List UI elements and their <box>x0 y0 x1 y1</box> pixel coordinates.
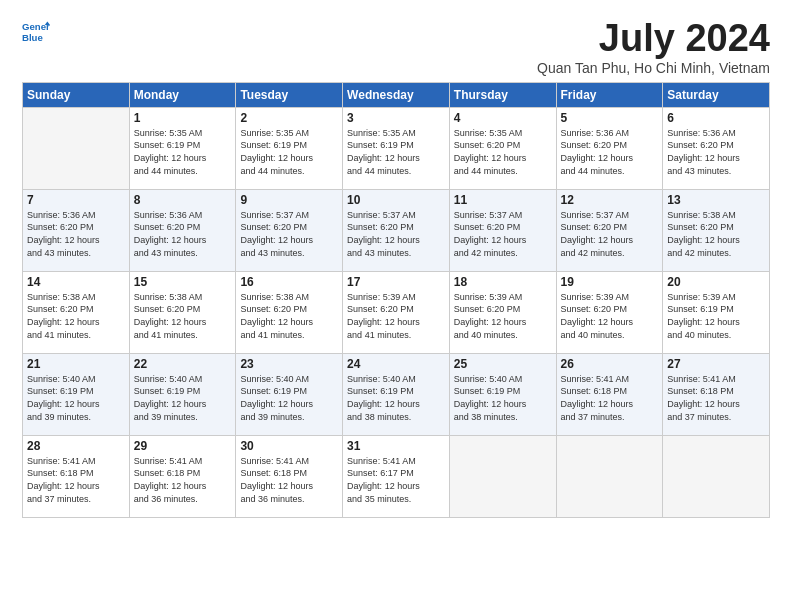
calendar-week-row: 21Sunrise: 5:40 AM Sunset: 6:19 PM Dayli… <box>23 353 770 435</box>
calendar-week-row: 7Sunrise: 5:36 AM Sunset: 6:20 PM Daylig… <box>23 189 770 271</box>
day-number: 2 <box>240 111 338 125</box>
day-info: Sunrise: 5:38 AM Sunset: 6:20 PM Dayligh… <box>134 291 232 341</box>
day-info: Sunrise: 5:38 AM Sunset: 6:20 PM Dayligh… <box>27 291 125 341</box>
table-row: 19Sunrise: 5:39 AM Sunset: 6:20 PM Dayli… <box>556 271 663 353</box>
header-friday: Friday <box>556 82 663 107</box>
month-title: July 2024 <box>537 18 770 60</box>
day-info: Sunrise: 5:41 AM Sunset: 6:18 PM Dayligh… <box>134 455 232 505</box>
day-number: 31 <box>347 439 445 453</box>
day-info: Sunrise: 5:36 AM Sunset: 6:20 PM Dayligh… <box>667 127 765 177</box>
day-info: Sunrise: 5:40 AM Sunset: 6:19 PM Dayligh… <box>347 373 445 423</box>
table-row: 29Sunrise: 5:41 AM Sunset: 6:18 PM Dayli… <box>129 435 236 517</box>
day-number: 4 <box>454 111 552 125</box>
table-row: 21Sunrise: 5:40 AM Sunset: 6:19 PM Dayli… <box>23 353 130 435</box>
table-row: 24Sunrise: 5:40 AM Sunset: 6:19 PM Dayli… <box>343 353 450 435</box>
header: General Blue July 2024 Quan Tan Phu, Ho … <box>22 18 770 76</box>
day-number: 5 <box>561 111 659 125</box>
table-row: 4Sunrise: 5:35 AM Sunset: 6:20 PM Daylig… <box>449 107 556 189</box>
table-row: 27Sunrise: 5:41 AM Sunset: 6:18 PM Dayli… <box>663 353 770 435</box>
title-block: July 2024 Quan Tan Phu, Ho Chi Minh, Vie… <box>537 18 770 76</box>
day-info: Sunrise: 5:38 AM Sunset: 6:20 PM Dayligh… <box>240 291 338 341</box>
table-row <box>23 107 130 189</box>
day-info: Sunrise: 5:35 AM Sunset: 6:19 PM Dayligh… <box>347 127 445 177</box>
day-info: Sunrise: 5:36 AM Sunset: 6:20 PM Dayligh… <box>134 209 232 259</box>
svg-text:General: General <box>22 21 50 32</box>
day-info: Sunrise: 5:36 AM Sunset: 6:20 PM Dayligh… <box>561 127 659 177</box>
table-row: 28Sunrise: 5:41 AM Sunset: 6:18 PM Dayli… <box>23 435 130 517</box>
day-info: Sunrise: 5:40 AM Sunset: 6:19 PM Dayligh… <box>240 373 338 423</box>
table-row: 9Sunrise: 5:37 AM Sunset: 6:20 PM Daylig… <box>236 189 343 271</box>
day-number: 13 <box>667 193 765 207</box>
table-row: 30Sunrise: 5:41 AM Sunset: 6:18 PM Dayli… <box>236 435 343 517</box>
header-thursday: Thursday <box>449 82 556 107</box>
day-info: Sunrise: 5:39 AM Sunset: 6:20 PM Dayligh… <box>454 291 552 341</box>
header-tuesday: Tuesday <box>236 82 343 107</box>
day-info: Sunrise: 5:39 AM Sunset: 6:19 PM Dayligh… <box>667 291 765 341</box>
day-number: 11 <box>454 193 552 207</box>
day-info: Sunrise: 5:41 AM Sunset: 6:18 PM Dayligh… <box>240 455 338 505</box>
day-number: 17 <box>347 275 445 289</box>
day-number: 26 <box>561 357 659 371</box>
day-info: Sunrise: 5:35 AM Sunset: 6:20 PM Dayligh… <box>454 127 552 177</box>
day-number: 19 <box>561 275 659 289</box>
table-row: 25Sunrise: 5:40 AM Sunset: 6:19 PM Dayli… <box>449 353 556 435</box>
day-number: 27 <box>667 357 765 371</box>
day-number: 28 <box>27 439 125 453</box>
day-number: 25 <box>454 357 552 371</box>
day-number: 7 <box>27 193 125 207</box>
table-row: 3Sunrise: 5:35 AM Sunset: 6:19 PM Daylig… <box>343 107 450 189</box>
calendar-table: Sunday Monday Tuesday Wednesday Thursday… <box>22 82 770 518</box>
calendar-week-row: 28Sunrise: 5:41 AM Sunset: 6:18 PM Dayli… <box>23 435 770 517</box>
table-row: 2Sunrise: 5:35 AM Sunset: 6:19 PM Daylig… <box>236 107 343 189</box>
day-number: 16 <box>240 275 338 289</box>
day-number: 22 <box>134 357 232 371</box>
table-row: 13Sunrise: 5:38 AM Sunset: 6:20 PM Dayli… <box>663 189 770 271</box>
day-info: Sunrise: 5:39 AM Sunset: 6:20 PM Dayligh… <box>561 291 659 341</box>
day-info: Sunrise: 5:40 AM Sunset: 6:19 PM Dayligh… <box>27 373 125 423</box>
day-number: 8 <box>134 193 232 207</box>
header-saturday: Saturday <box>663 82 770 107</box>
table-row: 20Sunrise: 5:39 AM Sunset: 6:19 PM Dayli… <box>663 271 770 353</box>
table-row <box>556 435 663 517</box>
day-info: Sunrise: 5:41 AM Sunset: 6:18 PM Dayligh… <box>561 373 659 423</box>
table-row: 31Sunrise: 5:41 AM Sunset: 6:17 PM Dayli… <box>343 435 450 517</box>
day-info: Sunrise: 5:36 AM Sunset: 6:20 PM Dayligh… <box>27 209 125 259</box>
table-row: 14Sunrise: 5:38 AM Sunset: 6:20 PM Dayli… <box>23 271 130 353</box>
day-number: 14 <box>27 275 125 289</box>
day-number: 30 <box>240 439 338 453</box>
table-row: 8Sunrise: 5:36 AM Sunset: 6:20 PM Daylig… <box>129 189 236 271</box>
calendar-week-row: 1Sunrise: 5:35 AM Sunset: 6:19 PM Daylig… <box>23 107 770 189</box>
table-row: 7Sunrise: 5:36 AM Sunset: 6:20 PM Daylig… <box>23 189 130 271</box>
day-info: Sunrise: 5:40 AM Sunset: 6:19 PM Dayligh… <box>134 373 232 423</box>
table-row: 12Sunrise: 5:37 AM Sunset: 6:20 PM Dayli… <box>556 189 663 271</box>
day-number: 23 <box>240 357 338 371</box>
day-number: 15 <box>134 275 232 289</box>
day-number: 24 <box>347 357 445 371</box>
day-number: 20 <box>667 275 765 289</box>
table-row: 16Sunrise: 5:38 AM Sunset: 6:20 PM Dayli… <box>236 271 343 353</box>
table-row: 15Sunrise: 5:38 AM Sunset: 6:20 PM Dayli… <box>129 271 236 353</box>
logo: General Blue <box>22 18 50 46</box>
day-number: 12 <box>561 193 659 207</box>
calendar-week-row: 14Sunrise: 5:38 AM Sunset: 6:20 PM Dayli… <box>23 271 770 353</box>
logo-icon: General Blue <box>22 18 50 46</box>
header-monday: Monday <box>129 82 236 107</box>
day-number: 21 <box>27 357 125 371</box>
day-info: Sunrise: 5:41 AM Sunset: 6:18 PM Dayligh… <box>27 455 125 505</box>
table-row: 18Sunrise: 5:39 AM Sunset: 6:20 PM Dayli… <box>449 271 556 353</box>
day-info: Sunrise: 5:38 AM Sunset: 6:20 PM Dayligh… <box>667 209 765 259</box>
day-info: Sunrise: 5:41 AM Sunset: 6:18 PM Dayligh… <box>667 373 765 423</box>
table-row: 23Sunrise: 5:40 AM Sunset: 6:19 PM Dayli… <box>236 353 343 435</box>
weekday-header-row: Sunday Monday Tuesday Wednesday Thursday… <box>23 82 770 107</box>
day-number: 9 <box>240 193 338 207</box>
day-info: Sunrise: 5:37 AM Sunset: 6:20 PM Dayligh… <box>347 209 445 259</box>
day-info: Sunrise: 5:37 AM Sunset: 6:20 PM Dayligh… <box>240 209 338 259</box>
day-number: 10 <box>347 193 445 207</box>
day-info: Sunrise: 5:41 AM Sunset: 6:17 PM Dayligh… <box>347 455 445 505</box>
svg-text:Blue: Blue <box>22 32 43 43</box>
table-row: 6Sunrise: 5:36 AM Sunset: 6:20 PM Daylig… <box>663 107 770 189</box>
day-info: Sunrise: 5:37 AM Sunset: 6:20 PM Dayligh… <box>454 209 552 259</box>
calendar-page: General Blue July 2024 Quan Tan Phu, Ho … <box>0 0 792 612</box>
table-row <box>449 435 556 517</box>
day-number: 6 <box>667 111 765 125</box>
